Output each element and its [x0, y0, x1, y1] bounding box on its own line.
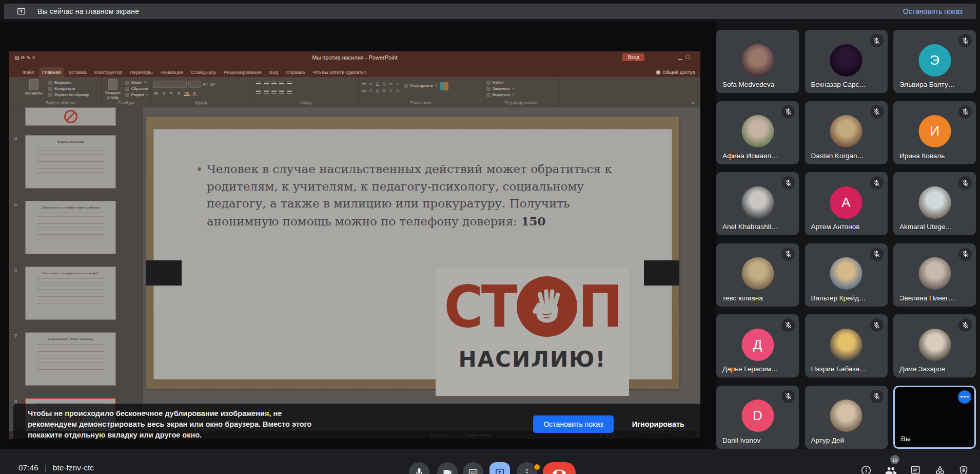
align-center-button[interactable] [263, 89, 269, 95]
replace-button[interactable]: Заменить [486, 86, 515, 91]
ppt-window-controls[interactable]: ▁▢ [678, 54, 693, 60]
ppt-tab[interactable]: Вид [266, 67, 281, 77]
new-slide-button[interactable]: Создать слайд [104, 79, 122, 100]
highlight-color-button[interactable]: ab [184, 90, 190, 96]
captions-button[interactable]: CC [463, 462, 483, 474]
numbering-button[interactable] [263, 81, 269, 87]
slide-thumbnail[interactable]: 5Документы о защите прав ребенка [25, 201, 116, 254]
collapse-ribbon-icon[interactable]: ˄ [692, 101, 694, 106]
stop-logo-bottom: НАСИЛИЮ! [458, 347, 606, 372]
copy-button[interactable]: Копировать [48, 86, 89, 91]
participant-tile[interactable]: Вы [893, 386, 976, 449]
participant-name: Вальтер Крейдтнер [811, 294, 867, 302]
participant-name: Danil Ivanov [722, 437, 778, 444]
host-controls-icon[interactable] [957, 464, 970, 474]
shadow-button[interactable]: S [176, 90, 182, 96]
mic-off-badge [958, 176, 972, 189]
activities-icon[interactable] [934, 464, 946, 474]
find-button[interactable]: Найти [486, 80, 515, 85]
mic-button[interactable] [409, 462, 429, 474]
bullets-button[interactable] [256, 81, 262, 87]
shapes-gallery[interactable]: ▭○△◇☆⌂ ▭○△◇☆⌂ [361, 79, 401, 100]
select-button[interactable]: Выделить [486, 92, 515, 97]
ppt-tab[interactable]: Что вы хотите сделать? [309, 67, 369, 77]
shrink-font-button[interactable]: А˅ [210, 81, 216, 87]
ppt-sign-in-button[interactable]: Вход [622, 53, 644, 61]
text-direction-button[interactable] [286, 81, 292, 87]
camera-button[interactable] [437, 462, 458, 474]
avatar [918, 257, 951, 290]
ppt-window-title: Мы против насилия - PowerPoint [312, 54, 398, 61]
section-button[interactable]: Раздел [125, 92, 148, 97]
participant-tile[interactable]: А Артем Антонов [805, 172, 888, 235]
participant-tile[interactable]: И Ирина Коваль [893, 101, 976, 164]
ignore-button[interactable]: Игнорировать [627, 416, 690, 432]
participant-tile[interactable]: тевс юлиана [716, 243, 799, 307]
italic-button[interactable]: К [161, 90, 167, 96]
quick-styles-button[interactable] [440, 82, 448, 90]
ppt-tab[interactable]: Конструктор [91, 67, 125, 77]
stop-presenting-button[interactable]: Остановить показ [533, 415, 613, 433]
participant-tile[interactable]: Akmaral Utegenova [893, 172, 976, 235]
quick-access-toolbar[interactable]: ▤ ⟳ ✎ ˅ [14, 54, 35, 62]
columns-button[interactable] [286, 89, 292, 95]
slide-thumbnail[interactable] [25, 107, 116, 126]
ppt-tab[interactable]: Файл [19, 67, 37, 77]
participant-tile[interactable]: Dastan Korganbek [805, 101, 888, 164]
participant-tile[interactable]: Э Эльвира Болтуше... [893, 30, 976, 93]
current-slide[interactable]: Человек в случае насильственных действий… [146, 117, 679, 389]
justify-button[interactable] [279, 89, 285, 95]
ppt-tab[interactable]: Вставка [66, 67, 90, 77]
ppt-tab[interactable]: Справка [283, 67, 308, 77]
reset-button[interactable]: Сбросить [125, 86, 148, 91]
participant-tile[interactable]: Дима Захаров [893, 314, 976, 377]
present-button[interactable] [489, 462, 510, 474]
avatar [830, 44, 863, 76]
underline-button[interactable]: Ч [168, 90, 174, 96]
indent-button[interactable] [271, 81, 277, 87]
mic-off-badge [781, 176, 795, 189]
ppt-tab[interactable]: Анимация [158, 67, 187, 77]
grow-font-button[interactable]: А˄ [202, 81, 208, 87]
participant-tile[interactable]: Эвелина Пинегина [893, 243, 976, 307]
slide-canvas[interactable]: Человек в случае насильственных действий… [143, 107, 700, 431]
avatar [741, 44, 774, 76]
arrange-button[interactable]: Упорядочить [404, 83, 437, 88]
format-painter-button[interactable]: Формат по образцу [48, 92, 89, 97]
tile-more-options-button[interactable] [958, 390, 971, 404]
participant-tile[interactable]: Anel Khabrashitova [716, 172, 799, 235]
ppt-tab[interactable]: Слайд-шоу [188, 67, 219, 77]
bold-button[interactable]: Ж [153, 90, 159, 96]
ppt-tab[interactable]: Переходы [127, 67, 156, 77]
cut-button[interactable]: Вырезать [48, 80, 89, 85]
font-name-box[interactable] [153, 81, 187, 88]
chat-icon[interactable] [909, 464, 922, 474]
people-icon[interactable] [885, 464, 897, 474]
font-size-box[interactable] [188, 81, 201, 88]
svg-text:CC: CC [471, 471, 476, 474]
shared-screen-area: ▤ ⟳ ✎ ˅ Мы против насилия - PowerPoint В… [0, 22, 716, 449]
align-left-button[interactable] [256, 89, 262, 95]
participant-tile[interactable]: Афина Исмаилова [716, 101, 799, 164]
layout-button[interactable]: Макет [125, 80, 148, 85]
participant-tile[interactable]: Артур Дей [805, 386, 888, 449]
align-right-button[interactable] [271, 89, 277, 95]
ppt-tab[interactable]: Рецензирование [221, 67, 264, 77]
font-color-button[interactable]: А [191, 90, 198, 96]
slide-thumbnail[interactable]: 7Упражнение «Мои чувства» [25, 332, 116, 386]
ppt-share-button[interactable]: Общий доступ [656, 69, 695, 75]
slide-thumbnail[interactable]: 6Где может совершаться насилие? [25, 267, 116, 320]
ppt-tab[interactable]: Главная [39, 67, 64, 77]
slide-thumbnail[interactable]: 4Формы насилия [25, 135, 116, 188]
participant-tile[interactable]: Назрин Бабазаде [805, 314, 888, 377]
participant-tile[interactable]: Sofa Medvedeva [716, 30, 799, 93]
participant-tile[interactable]: D Danil Ivanov [716, 386, 799, 449]
stop-presenting-link[interactable]: Остановить показ [903, 7, 963, 15]
hang-up-button[interactable] [543, 462, 576, 474]
participant-tile[interactable]: Д Дарья Герасимова [716, 314, 799, 377]
info-icon[interactable] [860, 464, 872, 474]
paste-button[interactable]: Вставить [23, 79, 45, 100]
participant-tile[interactable]: Бекназар Сарсеев [805, 30, 888, 93]
line-spacing-button[interactable] [279, 81, 285, 87]
participant-tile[interactable]: Вальтер Крейдтнер [805, 243, 888, 307]
